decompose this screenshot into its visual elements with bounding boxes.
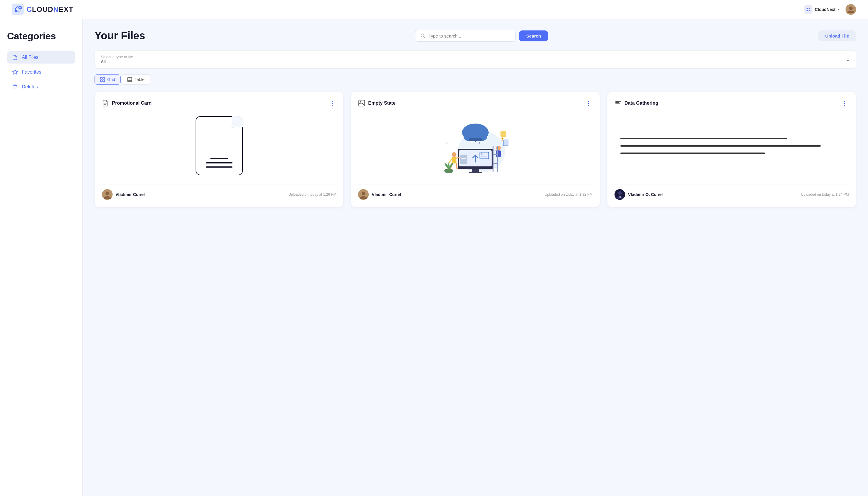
- upload-time: Uploaded on today at 1:32 PM: [545, 192, 593, 197]
- doc-line: [206, 167, 232, 168]
- view-toggle: Grid Table: [95, 75, 856, 84]
- doc-corner: [231, 117, 242, 127]
- sidebar-item-all-files-label: All Files: [22, 55, 38, 60]
- svg-point-60: [618, 191, 622, 195]
- card-title: Promotional Card: [112, 100, 151, 106]
- svg-rect-23: [469, 138, 482, 141]
- user-info: Vladimir Curiel: [358, 189, 401, 200]
- preview-line: [621, 138, 787, 139]
- search-button[interactable]: Search: [519, 30, 548, 41]
- svg-rect-56: [503, 140, 508, 146]
- document-icon: [102, 99, 109, 107]
- svg-rect-13: [128, 77, 132, 81]
- filter-chevron-icon: ⌄: [846, 56, 850, 63]
- avatar[interactable]: [846, 4, 856, 15]
- card-footer: Vladimir Curiel Uploaded on today at 1:3…: [358, 184, 592, 200]
- svg-point-37: [452, 152, 456, 157]
- card-menu-button[interactable]: ⋮: [840, 99, 849, 107]
- sidebar-item-deletes[interactable]: Deletes: [7, 81, 75, 93]
- filter-content: Select a type of file All: [101, 55, 133, 64]
- svg-point-32: [481, 153, 482, 155]
- list-icon: [614, 99, 622, 107]
- filter-label: Select a type of file: [101, 55, 133, 59]
- image-icon: [358, 99, 365, 107]
- page-title: Your Files: [95, 30, 145, 42]
- table-view-button[interactable]: Table: [122, 75, 150, 84]
- svg-rect-10: [103, 77, 105, 79]
- card-title-area: Empty State: [358, 99, 395, 107]
- layout: Categories All Files Favorites: [0, 19, 868, 496]
- cloud-illustration: ♪: [434, 116, 517, 175]
- doc-line: [210, 158, 228, 159]
- upload-time: Uploaded on today at 1:34 PM: [801, 192, 849, 197]
- svg-rect-30: [469, 172, 482, 173]
- card-header: Promotional Card ⋮: [102, 99, 336, 107]
- card-preview: [102, 113, 336, 178]
- header: CLOUDNEXT CloudNext ▾: [0, 0, 868, 19]
- logo-area: CLOUDNEXT: [12, 3, 802, 15]
- card-menu-button[interactable]: ⋮: [584, 99, 593, 107]
- search-input[interactable]: [429, 33, 511, 38]
- svg-rect-44: [496, 151, 501, 157]
- svg-rect-53: [500, 131, 507, 137]
- svg-rect-38: [452, 157, 456, 164]
- file-card-empty-state: Empty State ⋮: [351, 92, 600, 207]
- filter-value: All: [101, 59, 133, 64]
- svg-text:♪: ♪: [446, 140, 449, 145]
- grid-icon: [100, 77, 105, 82]
- file-icon: [12, 54, 18, 61]
- document-preview: [196, 116, 243, 175]
- sidebar: Categories All Files Favorites: [0, 19, 83, 496]
- card-preview: ♪: [358, 113, 592, 178]
- logo-icon: [12, 3, 23, 15]
- card-menu-button[interactable]: ⋮: [328, 99, 336, 107]
- card-footer: Vladimir O. Curiel Uploaded on today at …: [614, 184, 849, 200]
- svg-rect-9: [100, 77, 102, 79]
- svg-rect-33: [460, 155, 467, 164]
- file-type-filter[interactable]: Select a type of file All ⌄: [95, 50, 856, 68]
- workspace-icon: [804, 5, 813, 14]
- user-avatar: [358, 189, 369, 200]
- files-grid: Promotional Card ⋮: [95, 92, 856, 207]
- search-area: Search: [152, 30, 811, 42]
- card-preview: [614, 113, 849, 178]
- grid-view-label: Grid: [107, 77, 115, 82]
- sidebar-item-favorites-label: Favorites: [22, 69, 42, 75]
- svg-point-58: [361, 191, 365, 195]
- sidebar-nav: All Files Favorites Deletes: [7, 51, 75, 93]
- lines-preview: [614, 132, 849, 160]
- workspace-selector[interactable]: CloudNext ▾: [802, 4, 842, 15]
- logo-text: CLOUDNEXT: [27, 5, 73, 14]
- main-header: Your Files Search Upload File: [95, 30, 856, 42]
- user-avatar: [102, 189, 113, 200]
- trash-icon: [12, 84, 18, 90]
- sidebar-item-deletes-label: Deletes: [22, 84, 38, 90]
- doc-line: [206, 162, 232, 164]
- workspace-name: CloudNext: [815, 7, 836, 12]
- sidebar-item-all-files[interactable]: All Files: [7, 51, 75, 64]
- search-box: [415, 30, 516, 42]
- user-avatar: [614, 189, 625, 200]
- chevron-down-icon: ▾: [838, 7, 840, 12]
- table-view-label: Table: [134, 77, 144, 82]
- uploader-name: Vladimir Curiel: [115, 192, 145, 197]
- svg-rect-3: [809, 8, 810, 9]
- card-title-area: Promotional Card: [102, 99, 151, 107]
- table-icon: [127, 77, 132, 82]
- preview-line: [621, 153, 765, 154]
- sidebar-item-favorites[interactable]: Favorites: [7, 66, 75, 78]
- grid-view-button[interactable]: Grid: [95, 75, 120, 84]
- user-info: Vladimir O. Curiel: [614, 189, 663, 200]
- main-content: Your Files Search Upload File Select a t…: [83, 19, 868, 496]
- svg-point-8: [421, 34, 424, 37]
- sidebar-title: Categories: [7, 31, 75, 42]
- star-icon: [12, 69, 18, 75]
- upload-file-button[interactable]: Upload File: [818, 30, 856, 41]
- user-info: Vladimir Curiel: [102, 189, 145, 200]
- search-icon: [420, 33, 425, 38]
- svg-line-42: [456, 164, 457, 169]
- upload-time: Uploaded on today at 1:26 PM: [288, 192, 336, 197]
- header-right: CloudNext ▾: [802, 4, 856, 15]
- svg-point-43: [496, 146, 501, 151]
- file-card-promotional-card: Promotional Card ⋮: [95, 92, 343, 207]
